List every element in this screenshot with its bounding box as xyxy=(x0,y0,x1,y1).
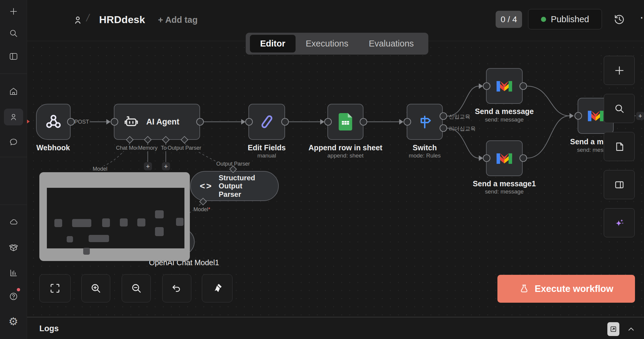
new-workflow-button[interactable] xyxy=(4,3,23,20)
model-link-label: Model xyxy=(92,166,108,172)
tidy-up-icon xyxy=(211,283,223,294)
node-webhook[interactable] xyxy=(36,104,71,140)
sidebar-item-home[interactable] xyxy=(4,83,23,100)
node-ai-agent[interactable]: AI Agent xyxy=(114,104,200,140)
canvas-marker xyxy=(27,119,30,124)
pencil-icon xyxy=(258,113,275,130)
undo-icon xyxy=(171,283,183,294)
published-status-button[interactable]: Published xyxy=(528,9,602,29)
node-subtitle-switch: mode: Rules xyxy=(401,152,449,159)
panel-toggle-button[interactable] xyxy=(4,48,23,65)
ai-assistant-icon xyxy=(614,218,625,228)
add-tool-button[interactable]: + xyxy=(162,162,170,170)
owner-breadcrumb[interactable] xyxy=(73,15,83,25)
undo-button[interactable] xyxy=(162,274,191,302)
n8n-workflow-editor: ⚙ / HRDdesk + Add tag 0 / 4 Published ⋯ … xyxy=(0,0,644,339)
add-next-node-button[interactable]: + xyxy=(636,112,644,120)
canvas-search-button[interactable] xyxy=(604,94,635,123)
required-asterisk: * xyxy=(208,206,210,212)
zoom-in-icon xyxy=(90,283,102,294)
sidebar-item-help[interactable] xyxy=(4,288,23,305)
switch-output-label-2: 리더십교육 xyxy=(449,125,476,132)
tab-executions[interactable]: Executions xyxy=(296,35,359,52)
node-switch[interactable] xyxy=(407,104,443,140)
sidebar-divider xyxy=(0,157,27,157)
plus-icon: + xyxy=(638,113,642,119)
code-brackets-icon: <> xyxy=(200,181,213,191)
add-tag-button[interactable]: + Add tag xyxy=(158,15,198,25)
node-gmail-send-message[interactable] xyxy=(486,68,523,104)
help-icon xyxy=(9,292,18,301)
sidebar-item-chat[interactable] xyxy=(4,134,23,151)
sidebar-item-cloud[interactable] xyxy=(4,214,23,230)
ai-assistant-button[interactable] xyxy=(604,208,635,237)
workflow-title[interactable]: HRDdesk xyxy=(99,14,145,26)
sidebar-item-templates[interactable] xyxy=(4,239,23,256)
sidebar-search-button[interactable] xyxy=(4,25,23,42)
execute-workflow-label: Execute workflow xyxy=(535,284,613,294)
sidebar-item-personal[interactable] xyxy=(4,109,23,125)
overlay-preview xyxy=(47,188,184,248)
version-history-button[interactable] xyxy=(613,13,627,26)
gmail-icon xyxy=(495,79,514,93)
node-edit-fields[interactable] xyxy=(248,104,285,140)
plus-icon: + xyxy=(164,163,168,170)
parser-input-label-top: Output Parser xyxy=(216,161,251,167)
node-subtitle-edit-fields: manual xyxy=(243,152,291,159)
zoom-in-button[interactable] xyxy=(81,274,110,302)
left-sidebar: ⚙ xyxy=(0,0,27,339)
flask-icon xyxy=(519,284,529,294)
split-layout-button[interactable] xyxy=(604,170,635,199)
logs-title: Logs xyxy=(39,324,59,333)
issues-count-badge[interactable]: 0 / 4 xyxy=(496,11,522,28)
webhook-icon xyxy=(45,113,62,130)
open-in-new-icon xyxy=(609,325,617,333)
sidebar-item-settings[interactable]: ⚙ xyxy=(4,313,23,330)
ellipsis-icon: ⋯ xyxy=(640,11,644,24)
node-gmail-send-message1[interactable] xyxy=(486,140,523,176)
published-label: Published xyxy=(551,14,589,24)
tab-evaluations[interactable]: Evaluations xyxy=(359,35,424,52)
cloud-icon xyxy=(9,217,18,227)
settings-icon: ⚙ xyxy=(8,316,18,327)
zoom-out-button[interactable] xyxy=(122,274,151,302)
gmail-icon xyxy=(495,151,514,166)
package-icon xyxy=(9,243,18,253)
add-memory-button[interactable]: + xyxy=(144,162,152,170)
tab-editor[interactable]: Editor xyxy=(250,35,296,52)
gmail-icon xyxy=(586,109,605,123)
ai-agent-port-output-parser: Output Parser xyxy=(167,145,202,151)
execute-workflow-button[interactable]: Execute workflow xyxy=(497,275,635,303)
node-title-gmail-bottom: Send a message1 xyxy=(465,179,543,188)
node-append-row[interactable] xyxy=(327,104,363,140)
templates-button[interactable] xyxy=(604,132,635,161)
chat-icon xyxy=(9,137,18,147)
user-icon xyxy=(73,15,83,25)
tidy-up-button[interactable] xyxy=(202,274,232,302)
more-options-button[interactable]: ⋯ xyxy=(640,11,644,24)
robot-icon xyxy=(123,113,140,130)
node-title-switch: Switch xyxy=(401,143,449,152)
logs-collapse-button[interactable] xyxy=(627,325,636,334)
node-title-append-row: Append row in sheet xyxy=(306,143,384,152)
parser-input-label-bottom: Model* xyxy=(193,206,211,213)
logs-panel: Logs xyxy=(27,317,644,339)
ai-agent-port-memory: Memory xyxy=(137,145,158,151)
google-sheets-icon xyxy=(339,113,352,130)
sidebar-divider xyxy=(0,74,27,74)
sidebar-item-insights[interactable] xyxy=(4,265,23,281)
switch-output-label-1: 신입교육 xyxy=(449,113,470,120)
node-subtitle-append-row: append: sheet xyxy=(306,152,384,159)
fit-view-button[interactable] xyxy=(39,274,71,302)
plus-icon xyxy=(9,7,18,16)
node-subtitle-gmail-top: send: message xyxy=(468,116,540,123)
logs-popout-button[interactable] xyxy=(607,322,619,336)
parser-title-line1: Structured Output xyxy=(219,174,278,190)
user-icon xyxy=(9,112,18,122)
add-node-button[interactable] xyxy=(604,56,635,85)
screen-overlay-box xyxy=(39,172,190,261)
node-structured-output-parser[interactable]: <> Structured Output Parser xyxy=(190,171,279,201)
chevron-up-icon xyxy=(627,325,636,334)
parser-title-line2: Parser xyxy=(219,190,278,199)
help-notification-dot xyxy=(17,288,20,291)
